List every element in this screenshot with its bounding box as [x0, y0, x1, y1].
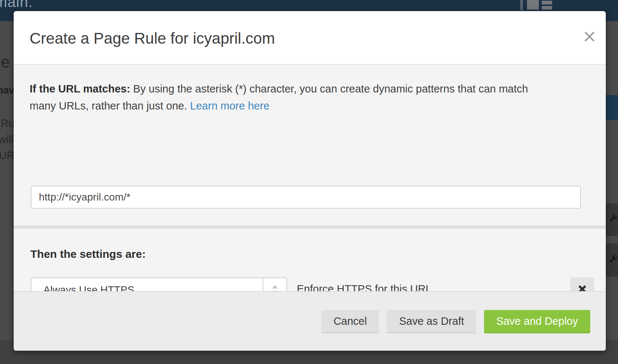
- apps-grid-icon: [527, 0, 539, 10]
- bg-text-fragment: e: [1, 53, 10, 71]
- background-row-fragment: [606, 243, 618, 277]
- wrench-icon: [608, 214, 618, 225]
- cancel-button[interactable]: Cancel: [321, 310, 379, 333]
- url-pattern-input[interactable]: [31, 186, 581, 209]
- list-icon: [542, 1, 552, 4]
- learn-more-link[interactable]: Learn more here: [190, 100, 269, 112]
- wrench-icon: [608, 255, 618, 266]
- settings-section-label: Then the settings are:: [30, 248, 146, 260]
- modal-footer: Cancel Save as Draft Save and Deploy: [14, 291, 606, 351]
- page-title: Create a Page Rule for icyapril.com: [30, 30, 275, 47]
- background-domain-text: main.: [0, 0, 33, 10]
- close-icon: [583, 30, 596, 44]
- chevron-up-icon: [272, 285, 278, 289]
- section-divider: [14, 226, 606, 229]
- list-icon: [542, 6, 552, 10]
- bg-text-fragment: UR: [0, 149, 14, 162]
- bg-text-fragment: will: [0, 134, 13, 146]
- save-and-deploy-button[interactable]: Save and Deploy: [484, 310, 590, 333]
- modal-header: Create a Page Rule for icyapril.com: [14, 11, 606, 65]
- bg-text-fragment: nav: [0, 85, 14, 96]
- navbar-icon-fragment: [520, 0, 523, 10]
- bg-text-fragment: Ru: [1, 117, 14, 129]
- background-row-fragment: [606, 203, 618, 236]
- create-page-rule-modal: Create a Page Rule for icyapril.com If t…: [14, 11, 606, 351]
- close-button[interactable]: [581, 28, 598, 46]
- url-match-label: If the URL matches:: [30, 83, 130, 95]
- save-as-draft-button[interactable]: Save as Draft: [387, 310, 476, 333]
- url-match-description: If the URL matches: By using the asteris…: [30, 80, 528, 114]
- background-blue-button-fragment: [606, 95, 618, 120]
